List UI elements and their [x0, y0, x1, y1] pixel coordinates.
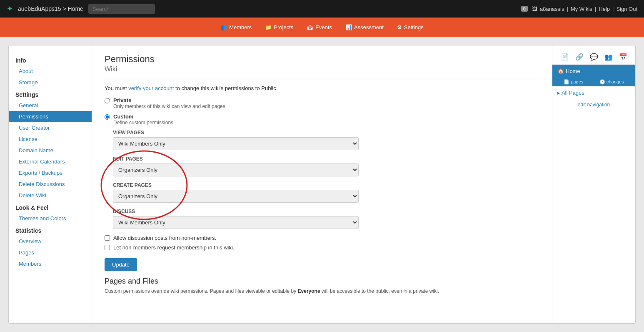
- doc-icon[interactable]: 📄: [561, 53, 569, 61]
- link-icon[interactable]: 🔗: [575, 53, 584, 61]
- checkbox-request-membership[interactable]: [105, 245, 110, 250]
- custom-radio[interactable]: [105, 114, 110, 120]
- discuss-select[interactable]: Wiki Members Only Organizers Only Everyo…: [113, 216, 359, 229]
- circled-area: EDIT pages Organizers Only Wiki Members …: [113, 156, 539, 203]
- custom-option: Custom Define custom permissions: [105, 113, 539, 126]
- help-link[interactable]: Help: [599, 6, 610, 12]
- checkbox-row-1: Allow discussion posts from non-members.: [105, 235, 539, 241]
- sidebar-item-exports-backups[interactable]: Exports / Backups: [9, 167, 92, 179]
- sidebar-item-general[interactable]: General: [9, 100, 92, 111]
- username: a8anassis: [540, 6, 564, 12]
- projects-nav-label: Projects: [274, 24, 293, 30]
- view-select[interactable]: Wiki Members Only Organizers Only Everyo…: [113, 137, 359, 150]
- checkbox1-label: Allow discussion posts from non-members.: [113, 235, 216, 241]
- pages-files-desc: Custom permissions override wiki permiss…: [105, 288, 539, 294]
- sign-out-link[interactable]: Sign Out: [616, 6, 637, 12]
- projects-icon: 📁: [265, 24, 272, 30]
- breadcrumb: auebEduApps15 > Home: [18, 5, 83, 12]
- sidebar-item-delete-wiki[interactable]: Delete Wiki: [9, 190, 92, 201]
- separator: |: [567, 6, 568, 12]
- search-form[interactable]: [88, 4, 155, 14]
- home-sub: 📄 pages 🕐 changes: [552, 78, 635, 86]
- view-label: VIEW pages: [113, 130, 539, 136]
- home-button[interactable]: 🏠 Home: [552, 65, 635, 78]
- all-pages-link[interactable]: ▸ All Pages: [552, 86, 635, 99]
- sidebar-item-themes-colors[interactable]: Themes and Colors: [9, 213, 92, 224]
- home-label: Home: [566, 68, 580, 74]
- members-nav-label: Members: [229, 24, 252, 30]
- assessment-nav-link[interactable]: 📊 Assessment: [345, 24, 384, 30]
- verify-notice: You must verify your account to change t…: [105, 85, 539, 91]
- custom-label: Custom: [113, 113, 173, 120]
- sidebar-item-members[interactable]: Members: [9, 258, 92, 269]
- notification-badge[interactable]: 0: [521, 6, 528, 12]
- changes-link[interactable]: 🕐 changes: [599, 79, 624, 85]
- assessment-icon: 📊: [345, 24, 352, 30]
- create-select[interactable]: Organizers Only Wiki Members Only Everyo…: [113, 190, 359, 203]
- discuss-label: DISCUSS: [113, 209, 539, 214]
- sidebar-item-pages[interactable]: Pages: [9, 247, 92, 258]
- right-panel: 📄 🔗 💬 👥 📅 🏠 Home 📄 pages 🕐 changes: [552, 45, 635, 323]
- pages-files-desc1: Custom permissions override wiki permiss…: [105, 288, 298, 294]
- private-radio[interactable]: [105, 98, 110, 103]
- main-card: Info About Storage Settings General Perm…: [8, 45, 636, 324]
- site-logo: ✦: [7, 4, 13, 13]
- page-title: Permissions: [105, 54, 539, 65]
- verify-text2: to change this wiki's permissions to Pub…: [174, 85, 277, 91]
- separator: |: [612, 6, 614, 12]
- update-button[interactable]: Update: [105, 258, 137, 271]
- search-input[interactable]: [88, 4, 155, 14]
- sidebar-look-feel-title: Look & Feel: [9, 201, 92, 213]
- pages-sub-label: pages: [571, 79, 583, 84]
- settings-nav-label: Settings: [404, 24, 424, 30]
- settings-icon: ⚙: [397, 24, 402, 30]
- events-nav-link[interactable]: 📅 Events: [307, 24, 332, 30]
- checkbox-row-2: Let non-members request membership in th…: [105, 244, 539, 251]
- sidebar-item-external-calendars[interactable]: External Calendars: [9, 156, 92, 167]
- sidebar-item-storage[interactable]: Storage: [9, 77, 92, 88]
- create-label: CREATE pages: [113, 182, 539, 188]
- edit-select[interactable]: Organizers Only Wiki Members Only Everyo…: [113, 163, 359, 176]
- sidebar-item-license[interactable]: License: [9, 133, 92, 145]
- home-icon: 🏠: [557, 68, 564, 74]
- panel-icons: 📄 🔗 💬 👥 📅: [552, 50, 635, 65]
- pages-files-bold: Everyone: [298, 288, 320, 294]
- custom-desc: Define custom permissions: [113, 120, 173, 126]
- create-section: CREATE pages Organizers Only Wiki Member…: [113, 182, 539, 203]
- members-nav-link[interactable]: 👥 Members: [220, 24, 252, 30]
- private-option: Private Only members of this wiki can vi…: [105, 97, 539, 109]
- private-label: Private: [113, 97, 227, 103]
- sidebar-item-delete-discussions[interactable]: Delete Discussions: [9, 179, 92, 190]
- edit-navigation-link[interactable]: edit navigation: [552, 99, 635, 110]
- events-nav-label: Events: [315, 24, 332, 30]
- pages-files-desc2: will be accessible to the public, even i…: [320, 288, 439, 294]
- members-icon: 👥: [220, 24, 227, 30]
- edit-section: EDIT pages Organizers Only Wiki Members …: [113, 156, 539, 176]
- projects-nav-link[interactable]: 📁 Projects: [265, 24, 293, 30]
- sidebar: Info About Storage Settings General Perm…: [9, 45, 92, 323]
- top-bar-left: ✦ auebEduApps15 > Home: [7, 4, 155, 14]
- checkbox-non-members[interactable]: [105, 235, 110, 241]
- sidebar-item-domain-name[interactable]: Domain Name: [9, 145, 92, 156]
- verify-text: You must: [105, 85, 128, 91]
- verify-link[interactable]: verify your account: [128, 85, 174, 91]
- sidebar-statistics-title: Statistics: [9, 224, 92, 236]
- sidebar-item-user-creator[interactable]: User Creator: [9, 122, 92, 133]
- sidebar-item-about[interactable]: About: [9, 65, 92, 77]
- sidebar-info-title: Info: [9, 54, 92, 65]
- sidebar-item-overview[interactable]: Overview: [9, 236, 92, 247]
- chat-icon[interactable]: 💬: [590, 53, 598, 61]
- calendar-icon[interactable]: 📅: [619, 53, 627, 61]
- private-desc: Only members of this wiki can view and e…: [113, 103, 227, 109]
- my-wikis-link[interactable]: My Wikis: [571, 6, 592, 12]
- sidebar-item-permissions[interactable]: Permissions: [9, 111, 92, 122]
- page-wrapper: Info About Storage Settings General Perm…: [0, 37, 644, 332]
- sidebar-settings-title: Settings: [9, 88, 92, 100]
- people-icon[interactable]: 👥: [604, 53, 613, 61]
- events-icon: 📅: [307, 24, 313, 30]
- separator: |: [595, 6, 596, 12]
- top-bar: ✦ auebEduApps15 > Home 0 🖼 a8anassis | M…: [0, 0, 644, 18]
- view-section: VIEW pages Wiki Members Only Organizers …: [113, 130, 539, 150]
- settings-nav-link[interactable]: ⚙ Settings: [397, 24, 424, 30]
- pages-link[interactable]: 📄 pages: [564, 79, 583, 85]
